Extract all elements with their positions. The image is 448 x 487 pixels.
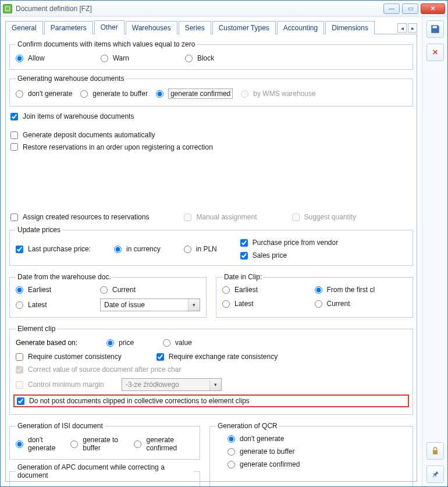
check-restore-reservations[interactable]: Restore reservations in an order upon re… — [10, 143, 213, 151]
tab-other[interactable]: Other — [94, 20, 125, 34]
maximize-button[interactable]: ▭ — [402, 3, 418, 14]
check-req-customer[interactable]: Require customer consistency — [16, 353, 122, 361]
window-buttons: — ▭ ✕ — [383, 3, 445, 14]
radio-isi-buffer[interactable]: generate to buffer — [70, 436, 126, 452]
radio-dc-earliest[interactable]: Earliest — [222, 286, 315, 294]
group-gen-isi-legend: Generation of ISI document — [16, 422, 105, 430]
svg-rect-0 — [435, 26, 436, 28]
lock-icon — [431, 446, 440, 456]
tabs-scroll-right[interactable]: ▸ — [408, 23, 417, 33]
minimize-button[interactable]: — — [383, 3, 400, 14]
check-sales-price[interactable]: Sales price — [240, 251, 338, 260]
group-gen-warehouse: Generating warehouse documents don't gen… — [9, 74, 413, 106]
group-confirm-zero-legend: Confirm documents with items which value… — [16, 40, 197, 48]
check-manual-assignment: Manual assignment — [184, 213, 257, 221]
chevron-down-icon: ▾ — [188, 299, 200, 311]
check-assign-resources[interactable]: Assign created resources to reservations — [10, 213, 149, 221]
radio-in-pln[interactable]: in PLN — [184, 245, 217, 253]
radio-gwh-confirmed[interactable]: generate confirmed — [156, 88, 233, 99]
radio-in-currency[interactable]: in currency — [114, 245, 161, 253]
group-date-warehouse-legend: Date from the warehouse doc. — [16, 273, 113, 281]
app-icon — [3, 4, 12, 13]
group-gen-qcr: Generation of QCR don't generate generat… — [209, 422, 413, 486]
chevron-down-icon: ▾ — [209, 379, 221, 390]
group-gen-apc-legend: Generation of APC document while correct… — [16, 463, 194, 479]
check-correct-src: Correct value of source document after p… — [16, 365, 407, 374]
group-update-prices-legend: Update prices — [16, 226, 62, 234]
radio-isi-dont[interactable]: don't generate — [16, 436, 62, 452]
close-button[interactable]: ✕ — [421, 3, 445, 14]
group-gen-apc: Generation of APC document while correct… — [9, 463, 200, 486]
pin-button[interactable] — [426, 465, 444, 483]
radio-ec-price[interactable]: price — [106, 339, 134, 347]
select-date-of-issue[interactable]: Date of issue ▾ — [100, 298, 200, 311]
titlebar: Document definition [FZ] — ▭ ✕ — [1, 1, 447, 17]
check-req-exchange[interactable]: Require exchange rate consistency — [157, 353, 278, 361]
radio-gwh-buffer[interactable]: generate to buffer — [80, 90, 148, 98]
group-date-clip-legend: Date in Clip: — [222, 273, 264, 281]
radio-qcr-confirmed[interactable]: generate confirmed — [227, 460, 407, 468]
radio-gwh-wms: by WMS warehouse — [241, 90, 315, 98]
label-generate-based-on: Generate based on: — [16, 339, 77, 347]
check-last-purchase[interactable]: Last purchase price: — [16, 245, 91, 253]
group-gen-warehouse-legend: Generating warehouse documents — [16, 74, 126, 83]
tab-accounting[interactable]: Accounting — [277, 21, 324, 34]
check-join-items[interactable]: Join items of warehouse documents — [10, 112, 412, 120]
group-date-warehouse: Date from the warehouse doc. Earliest Cu… — [9, 273, 207, 318]
group-date-clip: Date in Clip: Earliest From the first cl… — [216, 273, 413, 318]
radio-apc-dont[interactable]: don't generat — [16, 485, 60, 486]
tab-general[interactable]: General — [5, 21, 43, 34]
save-button[interactable] — [426, 20, 444, 38]
tab-dimensions[interactable]: Dimensions — [325, 21, 375, 34]
group-confirm-zero: Confirm documents with items which value… — [9, 40, 413, 70]
check-dont-post[interactable]: Do not post documents clipped in collect… — [17, 397, 406, 405]
radio-apc-buffer[interactable]: generate to buffer — [68, 485, 125, 486]
tab-content: Confirm documents with items which value… — [5, 34, 417, 482]
tab-warehouses[interactable]: Warehouses — [126, 21, 177, 34]
radio-qcr-buffer[interactable]: generate to buffer — [227, 447, 407, 456]
cancel-button[interactable]: ✕ — [426, 44, 444, 61]
radio-dwh-latest[interactable]: Latest — [16, 301, 100, 309]
radio-dwh-current[interactable]: Current — [100, 286, 200, 294]
tab-series[interactable]: Series — [179, 21, 211, 34]
radio-dwh-earliest[interactable]: Earliest — [16, 286, 100, 294]
lock-button[interactable] — [426, 442, 444, 460]
group-element-clip-legend: Element clip — [16, 325, 57, 333]
window-title: Document definition [FZ] — [16, 5, 383, 13]
check-control-margin: Control minimum margin — [16, 381, 104, 389]
pin-icon — [431, 470, 440, 479]
check-gen-deposit[interactable]: Generate deposit documents automatically — [10, 131, 155, 139]
highlight-dont-post: Do not post documents clipped in collect… — [13, 394, 409, 407]
group-gen-qcr-legend: Generation of QCR — [216, 422, 279, 430]
group-element-clip: Element clip Generate based on: price va… — [9, 325, 413, 415]
radio-ec-value[interactable]: value — [163, 339, 192, 347]
tab-customer-types[interactable]: Customer Types — [212, 21, 276, 34]
group-update-prices: Update prices Last purchase price: in cu… — [9, 226, 413, 266]
radio-isi-confirmed[interactable]: generate confirmed — [134, 436, 194, 452]
group-gen-isi: Generation of ISI document don't generat… — [9, 422, 200, 460]
window: Document definition [FZ] — ▭ ✕ General P… — [0, 0, 448, 487]
radio-block[interactable]: Block — [185, 54, 214, 62]
tab-parameters[interactable]: Parameters — [44, 21, 93, 34]
radio-dc-from-first[interactable]: From the first cl — [315, 286, 407, 294]
close-icon: ✕ — [432, 48, 438, 56]
sidebar: ✕ — [422, 17, 447, 486]
tab-bar: General Parameters Other Warehouses Seri… — [5, 19, 417, 34]
radio-warn[interactable]: Warn — [101, 54, 129, 62]
tabs-scroll-left[interactable]: ◂ — [397, 23, 407, 33]
radio-dc-latest[interactable]: Latest — [222, 300, 315, 308]
radio-dc-current[interactable]: Current — [315, 300, 407, 308]
check-suggest-quantity: Suggest quantity — [292, 213, 356, 221]
radio-allow[interactable]: Allow — [16, 54, 45, 62]
save-icon — [430, 24, 440, 34]
check-purchase-vendor[interactable]: Purchase price from vendor — [240, 239, 338, 247]
radio-qcr-dont[interactable]: don't generate — [227, 435, 407, 443]
radio-apc-confirmed[interactable]: generate confirmed — [133, 485, 194, 486]
select-margin-source: -3-ze źródłowego ▾ — [122, 378, 222, 391]
radio-gwh-dont[interactable]: don't generate — [16, 90, 72, 98]
